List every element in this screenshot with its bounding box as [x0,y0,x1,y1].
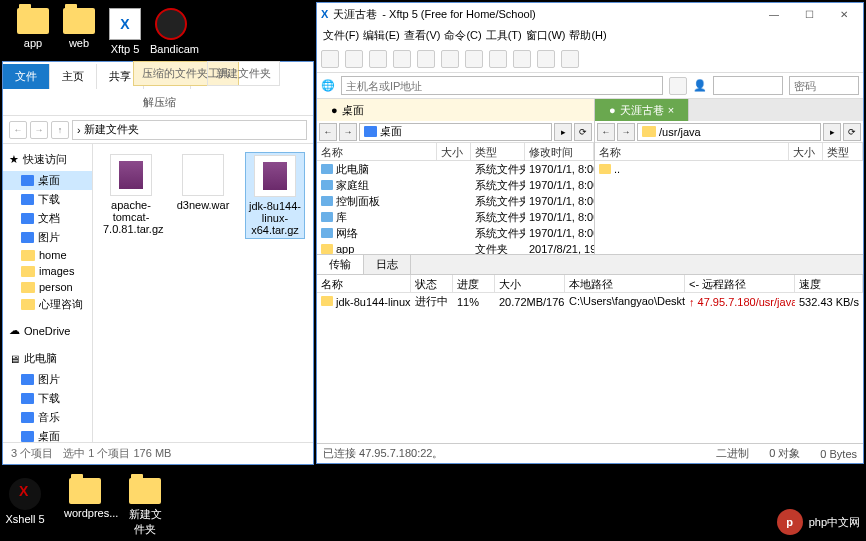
remote-path-input[interactable]: /usr/java [637,123,821,141]
nav-onedrive[interactable]: ☁ OneDrive [3,320,92,341]
nav-item-images[interactable]: images [3,263,92,279]
connect-dropdown-icon[interactable] [669,77,687,95]
tcol-speed[interactable]: 速度 [795,275,863,292]
menu-help[interactable]: 帮助(H) [569,28,606,43]
toolbar-connect-icon[interactable] [369,50,387,68]
menu-file[interactable]: 文件(F) [323,28,359,43]
nav-item-desktop[interactable]: 桌面 [3,171,92,190]
tcol-local[interactable]: 本地路径 [565,275,685,292]
nav-item-documents[interactable]: 文档 [3,209,92,228]
list-item[interactable]: 控制面板系统文件夹1970/1/1, 8:00 [317,193,594,209]
menu-view[interactable]: 查看(V) [404,28,441,43]
remote-file-list[interactable]: .. [595,161,863,254]
remote-go-button[interactable]: ▸ [823,123,841,141]
explorer-tab-home[interactable]: 主页 [50,64,97,89]
local-fwd-button[interactable]: → [339,123,357,141]
ribbon-new-cmd[interactable]: 新建文件夹 [207,61,280,86]
nav-up-button[interactable]: ↑ [51,121,69,139]
file-item[interactable]: apache-tomcat-7.0.81.tar.gz [101,152,161,237]
transfer-row[interactable]: jdk-8u144-linux-x6... 进行中 11% 20.72MB/17… [317,293,863,311]
explorer-tab-file[interactable]: 文件 [3,64,50,89]
nav-item-home[interactable]: home [3,247,92,263]
taskbar-icon-xshell[interactable]: Xshell 5 [4,478,46,537]
taskbar-icon-wordpress[interactable]: wordpres... [64,478,106,537]
remote-refresh-button[interactable]: ⟳ [843,123,861,141]
explorer-file-list[interactable]: apache-tomcat-7.0.81.tar.gz d3new.war jd… [93,144,313,442]
toolbar-view-icon[interactable] [513,50,531,68]
local-go-button[interactable]: ▸ [554,123,572,141]
file-item[interactable]: d3new.war [173,152,233,213]
local-refresh-button[interactable]: ⟳ [574,123,592,141]
desktop-icon-bandicam[interactable]: Bandicam [150,8,192,55]
col-name[interactable]: 名称 [317,143,437,160]
menu-tools[interactable]: 工具(T) [486,28,522,43]
toolbar-sync-icon[interactable] [441,50,459,68]
nav-this-pc[interactable]: 🖥 此电脑 [3,347,92,370]
list-item[interactable]: app文件夹2017/8/21, 19:16 [317,241,594,254]
ribbon-extract-cmd[interactable]: 解压缩 [143,95,176,110]
close-button[interactable]: ✕ [829,4,859,24]
tab-transfer[interactable]: 传输 [317,255,364,274]
nav-item-pictures[interactable]: 图片 [3,228,92,247]
list-item[interactable]: 库系统文件夹1970/1/1, 8:00 [317,209,594,225]
local-path-input[interactable]: 桌面 [359,123,552,141]
nav-item-person[interactable]: person [3,279,92,295]
file-item-selected[interactable]: jdk-8u144-linux-x64.tar.gz [245,152,305,239]
desktop-icon-web[interactable]: web [58,8,100,49]
nav-item-downloads2[interactable]: 下载 [3,389,92,408]
minimize-button[interactable]: — [759,4,789,24]
nav-fwd-button[interactable]: → [30,121,48,139]
remote-fwd-button[interactable]: → [617,123,635,141]
tcol-remote[interactable]: <- 远程路径 [685,275,795,292]
desktop-icon-app[interactable]: app [12,8,54,49]
nav-item-pictures2[interactable]: 图片 [3,370,92,389]
toolbar-disconnect-icon[interactable] [393,50,411,68]
menu-window[interactable]: 窗口(W) [526,28,566,43]
desktop-icon-xftp[interactable]: XXftp 5 [104,8,146,55]
path-segment[interactable]: 新建文件夹 [84,122,139,137]
nav-back-button[interactable]: ← [9,121,27,139]
taskbar-icon-newfolder[interactable]: 新建文件夹 [124,478,166,537]
list-item[interactable]: 网络系统文件夹1970/1/1, 8:00 [317,225,594,241]
nav-item-downloads[interactable]: 下载 [3,190,92,209]
toolbar-new-icon[interactable] [321,50,339,68]
remote-back-button[interactable]: ← [597,123,615,141]
toolbar-help-icon[interactable] [561,50,579,68]
local-file-list[interactable]: 此电脑系统文件夹1970/1/1, 8:00家庭组系统文件夹1970/1/1, … [317,161,594,254]
col-type[interactable]: 类型 [471,143,525,160]
password-input[interactable] [789,76,859,95]
tab-log[interactable]: 日志 [364,255,411,274]
nav-item-music[interactable]: 音乐 [3,408,92,427]
list-item[interactable]: 此电脑系统文件夹1970/1/1, 8:00 [317,161,594,177]
tab-close-icon[interactable]: × [668,104,674,116]
menu-command[interactable]: 命令(C) [444,28,481,43]
col-size[interactable]: 大小 [437,143,471,160]
col-size[interactable]: 大小 [789,143,823,160]
remote-tab[interactable]: ● 天涯古巷 × [595,99,689,121]
nav-quick-access[interactable]: ★ 快速访问 [3,148,92,171]
toolbar-upload-icon[interactable] [465,50,483,68]
toolbar-refresh-icon[interactable] [417,50,435,68]
nav-item-desktop2[interactable]: 桌面 [3,427,92,442]
user-input[interactable] [713,76,783,95]
host-input[interactable] [341,76,663,95]
col-name[interactable]: 名称 [595,143,789,160]
xftp-titlebar[interactable]: X 天涯古巷 - Xftp 5 (Free for Home/School) —… [317,3,863,25]
maximize-button[interactable]: ☐ [794,4,824,24]
tcol-size[interactable]: 大小 [495,275,565,292]
list-item[interactable]: .. [595,161,863,177]
nav-item-psych[interactable]: 心理咨询 [3,295,92,314]
col-type[interactable]: 类型 [823,143,863,160]
tcol-status[interactable]: 状态 [411,275,453,292]
toolbar-open-icon[interactable] [345,50,363,68]
toolbar-settings-icon[interactable] [537,50,555,68]
toolbar-download-icon[interactable] [489,50,507,68]
list-item[interactable]: 家庭组系统文件夹1970/1/1, 8:00 [317,177,594,193]
col-date[interactable]: 修改时间 [525,143,594,160]
local-back-button[interactable]: ← [319,123,337,141]
address-path[interactable]: › 新建文件夹 [72,120,307,140]
tcol-progress[interactable]: 进度 [453,275,495,292]
tcol-name[interactable]: 名称 [317,275,411,292]
local-tab[interactable]: ● 桌面 [317,99,595,121]
menu-edit[interactable]: 编辑(E) [363,28,400,43]
